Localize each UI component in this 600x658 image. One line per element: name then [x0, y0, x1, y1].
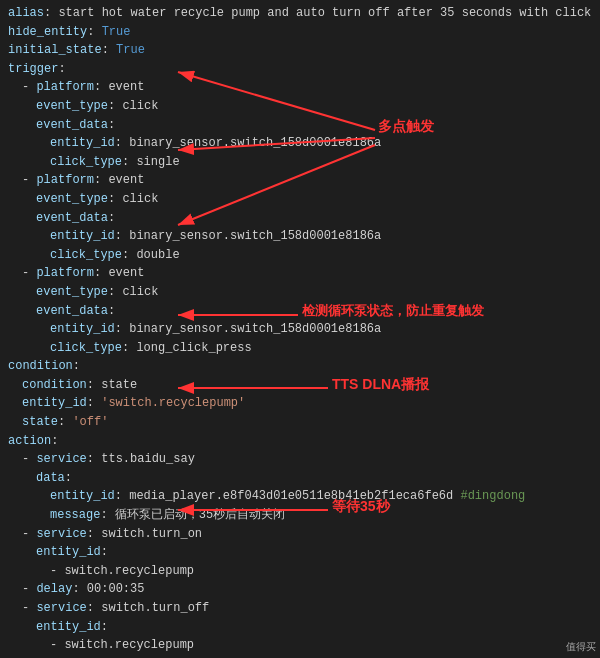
code-token-plain: : — [101, 545, 108, 559]
code-line: - service: switch.turn_off — [8, 599, 592, 618]
code-token-dash: - — [22, 80, 36, 94]
code-token-dash: - — [22, 582, 36, 596]
code-line: - platform: event — [8, 264, 592, 283]
code-token-key: alias — [8, 6, 44, 20]
code-token-plain: pump and auto turn off after 35 seconds … — [224, 6, 591, 20]
code-line: event_data: — [8, 209, 592, 228]
code-token-plain: : — [51, 434, 58, 448]
code-token-bool: True — [116, 43, 145, 57]
code-token-plain: : — [108, 304, 115, 318]
code-token-plain: : click — [108, 99, 158, 113]
code-token-plain: : state — [87, 378, 137, 392]
code-token-plain: : single — [122, 155, 180, 169]
annotation-tts: TTS DLNA播报 — [332, 376, 429, 394]
code-token-plain: : — [65, 471, 72, 485]
code-token-key: data — [36, 471, 65, 485]
watermark-text: 值得买 — [566, 640, 596, 654]
code-token-key: event_type — [36, 192, 108, 206]
code-token-plain: : start hot water — [44, 6, 174, 20]
code-line: entity_id: binary_sensor.switch_158d0001… — [8, 227, 592, 246]
code-token-key: platform — [36, 173, 94, 187]
code-token-key: service — [36, 527, 86, 541]
code-token-plain: : media_player.e8f043d01e0511e8b41eb2f1e… — [115, 489, 461, 503]
code-token-dash: - — [22, 601, 36, 615]
code-token-plain: : binary_sensor.switch_158d0001e8186a — [115, 229, 381, 243]
code-token-plain: : switch.turn_off — [87, 601, 209, 615]
code-line: - switch.recyclepump — [8, 636, 592, 655]
code-token-plain: : — [101, 620, 108, 634]
code-token-key: state — [22, 415, 58, 429]
code-token-highlight: recycle — [174, 6, 224, 20]
code-token-bool: True — [102, 25, 131, 39]
code-token-plain: : — [58, 415, 72, 429]
code-token-key: event_data — [36, 211, 108, 225]
code-token-str: 'switch.recyclepump' — [101, 396, 245, 410]
annotation-multi-trigger: 多点触发 — [378, 118, 434, 136]
code-token-key: condition — [8, 359, 73, 373]
code-token-plain: : event — [94, 173, 144, 187]
code-token-plain: : — [73, 359, 80, 373]
code-token-plain: : binary_sensor.switch_158d0001e8186a — [115, 136, 381, 150]
code-token-key: action — [8, 434, 51, 448]
code-token-plain: : — [108, 211, 115, 225]
code-token-key: click_type — [50, 341, 122, 355]
code-line: event_type: click — [8, 97, 592, 116]
code-line: click_type: double — [8, 246, 592, 265]
watermark-area: 值得买 — [566, 640, 596, 654]
code-token-plain: : — [87, 396, 101, 410]
code-token-key: delay — [36, 582, 72, 596]
code-token-dash: - — [22, 266, 36, 280]
code-line: entity_id: binary_sensor.switch_158d0001… — [8, 134, 592, 153]
code-token-dash: - — [22, 527, 36, 541]
code-token-plain: : click — [108, 285, 158, 299]
code-line: - platform: event — [8, 78, 592, 97]
code-line: - service: switch.turn_on — [8, 525, 592, 544]
code-token-plain: : double — [122, 248, 180, 262]
code-token-key: event_type — [36, 99, 108, 113]
code-token-plain: switch.recyclepump — [64, 638, 194, 652]
code-token-key: entity_id — [36, 620, 101, 634]
code-line: entity_id: — [8, 543, 592, 562]
annotation-condition: 检测循环泵状态，防止重复触发 — [302, 302, 484, 320]
code-token-key: click_type — [50, 248, 122, 262]
code-line: - switch.recyclepump — [8, 562, 592, 581]
code-token-plain: : binary_sensor.switch_158d0001e8186a — [115, 322, 381, 336]
code-token-key: event_data — [36, 118, 108, 132]
code-token-key: platform — [36, 266, 94, 280]
code-token-key: service — [36, 452, 86, 466]
code-token-key: click_type — [50, 155, 122, 169]
code-token-plain: : — [87, 25, 101, 39]
code-line: entity_id: media_player.e8f043d01e0511e8… — [8, 487, 592, 506]
code-line: entity_id: — [8, 618, 592, 637]
code-token-key: hide_entity — [8, 25, 87, 39]
code-token-key: entity_id — [50, 229, 115, 243]
code-token-key: event_data — [36, 304, 108, 318]
code-line: entity_id: 'switch.recyclepump' — [8, 394, 592, 413]
code-line: state: 'off' — [8, 413, 592, 432]
annotation-wait: 等待35秒 — [332, 498, 390, 516]
code-line: - delay: 00:00:35 — [8, 580, 592, 599]
code-token-dash: - — [50, 564, 64, 578]
code-line: click_type: long_click_press — [8, 339, 592, 358]
code-line: initial_state: True — [8, 41, 592, 60]
code-line: event_data: — [8, 116, 592, 135]
code-line: hide_entity: True — [8, 23, 592, 42]
code-line: data: — [8, 469, 592, 488]
code-token-plain: : — [102, 43, 116, 57]
code-token-dash: - — [50, 638, 64, 652]
code-token-plain: : switch.turn_on — [87, 527, 202, 541]
code-line: entity_id: binary_sensor.switch_158d0001… — [8, 320, 592, 339]
code-token-key: platform — [36, 80, 94, 94]
code-token-dash: - — [22, 452, 36, 466]
code-token-plain: : tts.baidu_say — [87, 452, 195, 466]
code-token-plain: : 00:00:35 — [72, 582, 144, 596]
code-token-plain: : event — [94, 80, 144, 94]
code-line: - platform: event — [8, 171, 592, 190]
code-line: alias: start hot water recycle pump and … — [8, 4, 592, 23]
code-token-key: trigger — [8, 62, 58, 76]
code-line: action: — [8, 432, 592, 451]
code-token-plain: : long_click_press — [122, 341, 252, 355]
code-token-key: initial_state — [8, 43, 102, 57]
code-token-key: service — [36, 601, 86, 615]
code-block: alias: start hot water recycle pump and … — [0, 0, 600, 658]
